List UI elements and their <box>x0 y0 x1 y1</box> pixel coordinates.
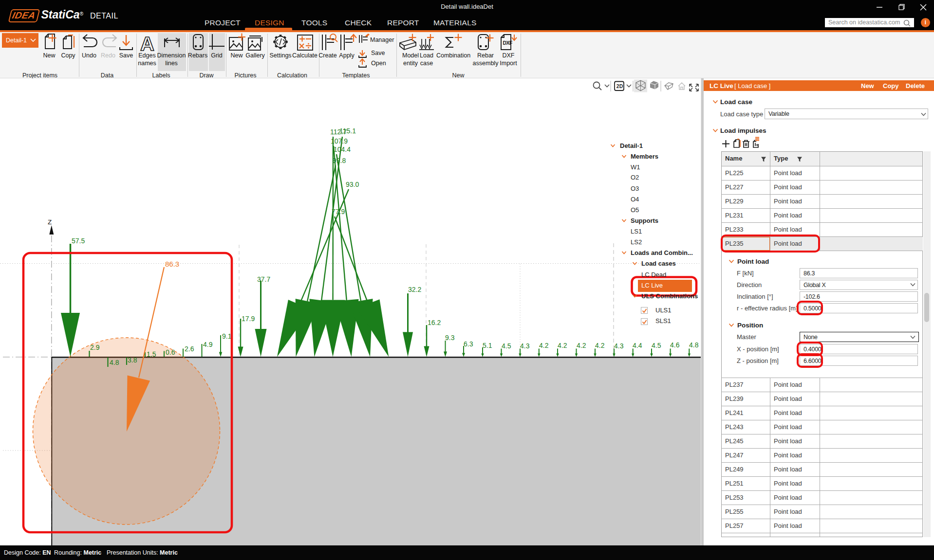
svg-text:32.2: 32.2 <box>408 286 421 293</box>
svg-text:1.5: 1.5 <box>147 350 156 358</box>
svg-text:4.2: 4.2 <box>595 342 605 349</box>
svg-text:2.6: 2.6 <box>185 345 194 353</box>
svg-text:16.2: 16.2 <box>428 319 441 326</box>
svg-text:4.3: 4.3 <box>520 342 530 350</box>
svg-text:6.3: 6.3 <box>464 340 473 348</box>
svg-text:4.8: 4.8 <box>110 359 119 366</box>
svg-text:4.3: 4.3 <box>614 342 624 350</box>
svg-text:5.1: 5.1 <box>483 342 492 349</box>
svg-text:4.5: 4.5 <box>502 342 511 350</box>
svg-text:4.6: 4.6 <box>670 341 680 349</box>
svg-text:37.7: 37.7 <box>257 275 270 283</box>
svg-text:2.9: 2.9 <box>90 343 100 351</box>
svg-text:77.9: 77.9 <box>332 208 345 216</box>
svg-text:0.6: 0.6 <box>166 348 175 356</box>
svg-text:9.1: 9.1 <box>222 332 232 340</box>
svg-text:3.8: 3.8 <box>128 356 137 364</box>
svg-text:4.2: 4.2 <box>577 342 586 349</box>
svg-text:4.9: 4.9 <box>203 341 213 348</box>
svg-text:4.2: 4.2 <box>558 342 567 349</box>
svg-text:86.3: 86.3 <box>165 260 179 268</box>
svg-text:4.4: 4.4 <box>633 342 642 349</box>
svg-text:9.3: 9.3 <box>445 334 455 342</box>
svg-text:Z: Z <box>48 218 52 226</box>
svg-text:4.2: 4.2 <box>539 342 549 349</box>
svg-text:17.9: 17.9 <box>242 315 255 323</box>
svg-text:4.8: 4.8 <box>689 341 699 349</box>
svg-text:4.5: 4.5 <box>652 342 661 349</box>
svg-text:57.5: 57.5 <box>72 237 85 245</box>
